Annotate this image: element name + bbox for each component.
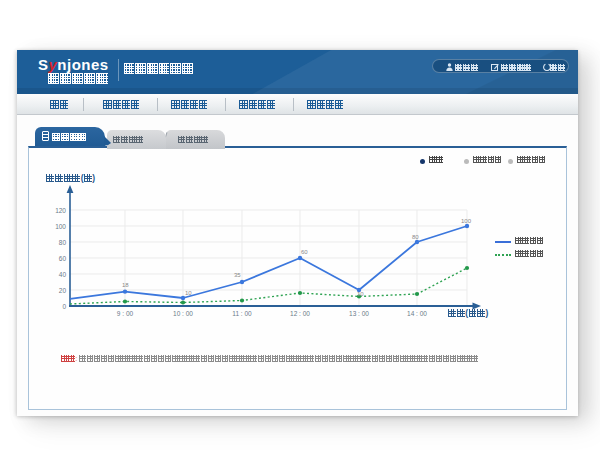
svg-text:100: 100 <box>461 218 472 224</box>
svg-text:20: 20 <box>59 287 67 294</box>
svg-text:35: 35 <box>234 272 241 278</box>
svg-text:40: 40 <box>59 271 67 278</box>
svg-text:10: 10 <box>357 291 364 297</box>
svg-text:12 : 00: 12 : 00 <box>290 310 310 317</box>
svg-text:10: 10 <box>185 290 192 296</box>
svg-text:80: 80 <box>59 239 67 246</box>
svg-text:11 : 00: 11 : 00 <box>232 310 252 317</box>
svg-text:100: 100 <box>55 223 66 230</box>
svg-text:14 : 00: 14 : 00 <box>407 310 427 317</box>
svg-text:9 : 00: 9 : 00 <box>117 310 134 317</box>
svg-text:120: 120 <box>55 207 66 214</box>
svg-text:60: 60 <box>59 255 67 262</box>
svg-text:18: 18 <box>122 282 129 288</box>
svg-text:60: 60 <box>301 249 308 255</box>
svg-text:13 : 00: 13 : 00 <box>349 310 369 317</box>
svg-text:0: 0 <box>62 303 66 310</box>
svg-text:80: 80 <box>412 234 419 240</box>
svg-text:10 : 00: 10 : 00 <box>173 310 193 317</box>
